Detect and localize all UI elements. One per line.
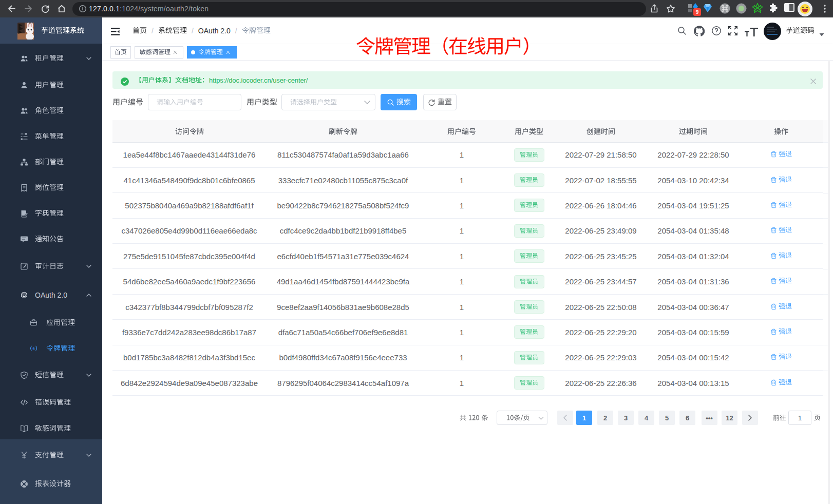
svg-text:a: a [33,346,35,350]
